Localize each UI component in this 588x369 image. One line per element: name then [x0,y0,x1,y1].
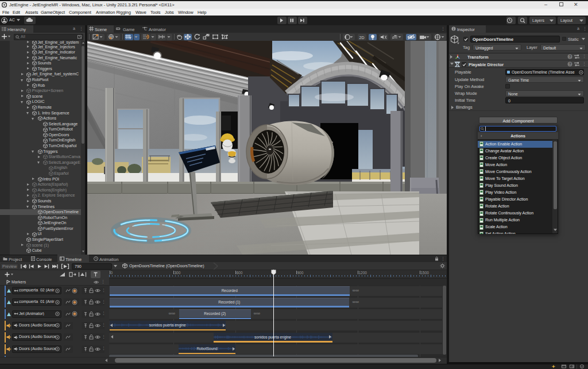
svg-text:?: ? [569,62,571,66]
svg-text:?: ? [569,55,571,59]
svg-text:Y: Y [129,36,131,40]
svg-text:2D: 2D [359,35,365,39]
